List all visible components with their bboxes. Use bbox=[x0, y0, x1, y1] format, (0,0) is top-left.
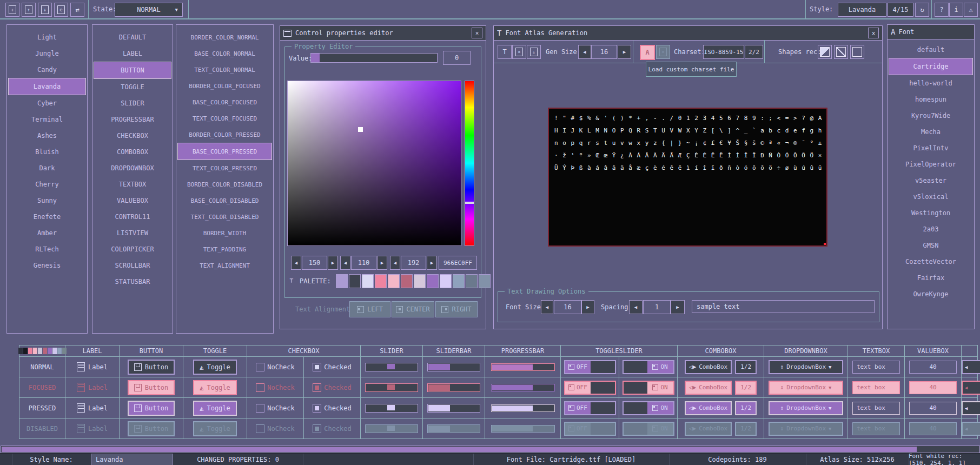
font-size-value-box[interactable]: 16 bbox=[554, 300, 581, 314]
combo-counter[interactable]: 1/2 bbox=[735, 422, 757, 436]
preview-dropdownbox-normal[interactable]: ⇕DropdownBox▼ bbox=[764, 357, 848, 377]
font-item-cartridge-selected[interactable]: Cartridge bbox=[889, 58, 973, 75]
control-item-progressbar[interactable]: PROGRESSBAR bbox=[94, 111, 171, 128]
style-item-rltech[interactable]: RLTech bbox=[8, 241, 86, 257]
green-decrement-button[interactable]: ◀ bbox=[340, 256, 350, 270]
load-charset-button[interactable]: A bbox=[640, 45, 655, 60]
red-increment-button[interactable]: ▶ bbox=[328, 256, 338, 270]
control-item-label[interactable]: LABEL bbox=[94, 45, 171, 62]
blue-value-box[interactable]: 192 bbox=[401, 256, 426, 270]
preview-toggleslider-off-normal[interactable]: OFF bbox=[561, 357, 619, 377]
preview-valuebox-pressed[interactable]: 40 bbox=[905, 398, 962, 418]
preview-dropdownbox-pressed[interactable]: ⇕DropdownBox▼ bbox=[764, 398, 848, 418]
control-item-colorpicker[interactable]: COLORPICKER bbox=[94, 241, 171, 257]
control-item-combobox[interactable]: COMBOBOX bbox=[94, 144, 171, 160]
prop-item-text-color-pressed[interactable]: TEXT_COLOR_PRESSED bbox=[177, 160, 272, 176]
slider-handle[interactable] bbox=[387, 364, 395, 369]
preview-toggleslider-on-normal[interactable]: ON bbox=[619, 357, 678, 377]
load-font-button[interactable]: T bbox=[498, 45, 512, 59]
preview-valuebox-disabled[interactable]: 40 bbox=[905, 418, 962, 439]
palette-swatch[interactable] bbox=[388, 274, 400, 288]
preview-combobox-disabled[interactable]: ◁▶ComboBox1/2 bbox=[678, 418, 764, 439]
control-item-listview[interactable]: LISTVIEW bbox=[94, 225, 171, 241]
prop-item-base-color-focused[interactable]: BASE_COLOR_FOCUSED bbox=[177, 94, 272, 110]
align-right-button[interactable]: RIGHT bbox=[435, 301, 478, 317]
style-item-genesis[interactable]: Genesis bbox=[8, 257, 86, 274]
slider-handle[interactable] bbox=[387, 384, 395, 390]
green-increment-button[interactable]: ▶ bbox=[377, 256, 387, 270]
font-size-increment-button[interactable]: ▶ bbox=[581, 300, 594, 314]
preview-sliderbar-focused[interactable] bbox=[423, 377, 485, 398]
preview-button-disabled[interactable]: Button bbox=[120, 418, 183, 439]
preview-valuebox-normal[interactable]: 40 bbox=[905, 357, 962, 377]
save-style-button[interactable]: ↓ bbox=[38, 3, 52, 17]
style-item-jungle[interactable]: Jungle bbox=[8, 45, 86, 62]
palette-swatch[interactable] bbox=[375, 274, 387, 288]
prop-item-text-alignment[interactable]: TEXT_ALIGNMENT bbox=[177, 257, 272, 274]
prop-item-border-color-normal[interactable]: BORDER_COLOR_NORMAL bbox=[177, 29, 272, 45]
about-button[interactable]: i bbox=[949, 3, 963, 17]
palette-swatch[interactable] bbox=[349, 274, 361, 288]
prop-item-border-color-disabled[interactable]: BORDER_COLOR_DISABLED bbox=[177, 176, 272, 192]
font-item-hello-world[interactable]: hello-world bbox=[889, 75, 973, 91]
charset-value-box[interactable]: ISO-8859-15 bbox=[703, 45, 744, 59]
style-item-terminal[interactable]: Terminal bbox=[8, 111, 86, 128]
unload-font-button[interactable]: × bbox=[512, 45, 526, 59]
shapes-rec-slash-button[interactable] bbox=[834, 45, 848, 59]
value-slider[interactable] bbox=[310, 53, 438, 63]
gen-size-decrement-button[interactable]: ◀ bbox=[578, 45, 591, 59]
sample-text-input[interactable]: sample text bbox=[692, 300, 875, 313]
slider-handle[interactable] bbox=[387, 426, 395, 431]
control-item-statusbar[interactable]: STATUSBAR bbox=[94, 274, 171, 290]
font-item-fairfax[interactable]: Fairfax bbox=[889, 270, 973, 286]
combo-counter[interactable]: 1/2 bbox=[735, 401, 757, 415]
preview-checkbox-checked-disabled[interactable]: Checked bbox=[304, 418, 361, 439]
font-item-v5loxical[interactable]: v5loxical bbox=[889, 189, 973, 205]
prop-item-border-width[interactable]: BORDER_WIDTH bbox=[177, 225, 272, 241]
palette-swatch[interactable] bbox=[336, 274, 348, 288]
palette-swatch[interactable] bbox=[362, 274, 374, 288]
font-item-default[interactable]: default bbox=[889, 42, 973, 58]
preview-slider-pressed[interactable] bbox=[361, 398, 423, 418]
preview-sliderbar-pressed[interactable] bbox=[423, 398, 485, 418]
font-item-2a03[interactable]: 2a03 bbox=[889, 221, 973, 237]
preview-toggleslider-on-focused[interactable]: ON bbox=[619, 377, 678, 398]
font-item-mecha[interactable]: Mecha bbox=[889, 124, 973, 140]
palette-swatch[interactable] bbox=[453, 274, 465, 288]
control-item-toggle[interactable]: TOGGLE bbox=[94, 79, 171, 95]
prop-item-border-color-focused[interactable]: BORDER_COLOR_FOCUSED bbox=[177, 78, 272, 94]
palette-swatch[interactable] bbox=[427, 274, 439, 288]
preview-checkbox-unchecked-normal[interactable]: NoCheck bbox=[247, 357, 304, 377]
preview-dropdownbox-disabled[interactable]: ⇕DropdownBox▼ bbox=[764, 418, 848, 439]
style-item-cherry[interactable]: Cherry bbox=[8, 176, 86, 192]
prop-item-border-color-pressed[interactable]: BORDER_COLOR_PRESSED bbox=[177, 127, 272, 143]
export-atlas-image-button[interactable]: ▵ bbox=[527, 45, 541, 59]
font-item-owrekynge[interactable]: OwreKynge bbox=[889, 286, 973, 302]
preview-combobox-normal[interactable]: ◁▶ComboBox1/2 bbox=[678, 357, 764, 377]
preview-textbox-normal[interactable]: text box bbox=[848, 357, 905, 377]
prop-item-base-color-pressed-selected[interactable]: BASE_COLOR_PRESSED bbox=[177, 143, 272, 160]
color-picker-panel[interactable] bbox=[287, 81, 461, 246]
export-style-button[interactable]: e bbox=[54, 3, 68, 17]
preview-toggleslider-on-disabled[interactable]: ON bbox=[619, 418, 678, 439]
control-item-valuebox[interactable]: VALUEBOX bbox=[94, 192, 171, 209]
prop-item-text-color-normal[interactable]: TEXT_COLOR_NORMAL bbox=[177, 62, 272, 78]
font-item-gmsn[interactable]: GMSN bbox=[889, 237, 973, 254]
combo-counter[interactable]: 1/2 bbox=[735, 360, 757, 374]
font-item-westington[interactable]: Westington bbox=[889, 205, 973, 221]
style-item-dark[interactable]: Dark bbox=[8, 160, 86, 176]
control-item-textbox[interactable]: TEXTBOX bbox=[94, 176, 171, 192]
hue-bar-marker[interactable] bbox=[465, 202, 474, 204]
font-item-v5easter[interactable]: v5easter bbox=[889, 172, 973, 189]
gen-size-increment-button[interactable]: ▶ bbox=[618, 45, 631, 59]
close-properties-editor-button[interactable]: × bbox=[472, 28, 482, 38]
style-item-bluish[interactable]: Bluish bbox=[8, 144, 86, 160]
red-value-box[interactable]: 150 bbox=[302, 256, 327, 270]
unload-charset-button[interactable]: × bbox=[656, 45, 670, 59]
spacing-increment-button[interactable]: ▶ bbox=[671, 300, 685, 314]
preview-slider-normal[interactable] bbox=[361, 357, 423, 377]
preview-toggle-pressed[interactable]: ◭Toggle bbox=[183, 398, 247, 418]
preview-dropdownbox-focused[interactable]: ⇕DropdownBox▼ bbox=[764, 377, 848, 398]
prop-item-base-color-disabled[interactable]: BASE_COLOR_DISABLED bbox=[177, 192, 272, 209]
preview-textbox-disabled[interactable]: text box bbox=[848, 418, 905, 439]
